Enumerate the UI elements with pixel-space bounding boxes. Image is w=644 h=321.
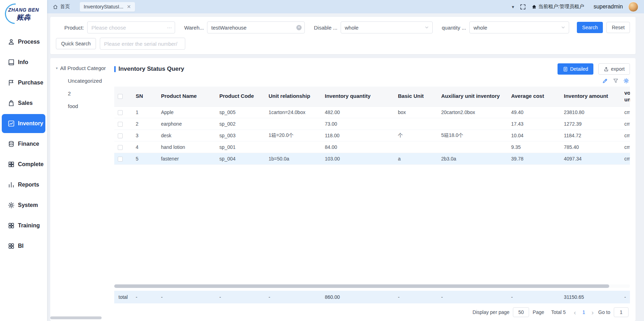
export-button[interactable]: export	[598, 63, 630, 75]
sidebar-item-finance[interactable]: Finance	[0, 134, 47, 154]
table-header: SNProduct NameProduct CodeUnit relations…	[114, 87, 630, 106]
tree-item-food[interactable]: food	[56, 96, 112, 109]
total-cell: -	[437, 291, 507, 303]
column-header-product-name[interactable]: Product Name	[157, 87, 215, 106]
table-row[interactable]: 2earphonesp_00273.0017.431272.39cm³	[114, 118, 630, 130]
username[interactable]: superadmin	[593, 4, 623, 10]
table-cell: box	[394, 106, 437, 118]
table-cell	[264, 118, 321, 130]
logo-text-cn: 账犇	[17, 13, 31, 22]
main-card: ▾ All Product Categor Uncategorized2food…	[50, 58, 636, 321]
app-logo: ZHANG BEN 账犇	[0, 0, 47, 29]
table-toolbar	[114, 75, 630, 87]
filter-icon[interactable]	[613, 78, 619, 84]
row-checkbox[interactable]	[118, 110, 123, 115]
quick-search-input[interactable]	[100, 38, 185, 50]
table-cell	[394, 141, 437, 153]
tree-horizontal-scrollbar[interactable]	[50, 316, 102, 319]
tree-item-uncategorized[interactable]: Uncategorized	[56, 71, 112, 84]
reset-button[interactable]: Reset	[606, 22, 630, 33]
table-cell	[394, 118, 437, 130]
sidebar-item-inventory[interactable]: Inventory	[2, 114, 45, 133]
category-tree-panel: ▾ All Product Categor Uncategorized2food	[50, 58, 114, 321]
sidebar-item-training[interactable]: Training	[0, 215, 47, 236]
detailed-button[interactable]: Detailed	[558, 63, 593, 75]
sidebar-item-complete[interactable]: Complete	[0, 154, 47, 175]
column-header-inventory-quantity[interactable]: Inventory quantity	[321, 87, 394, 106]
tree-item-2[interactable]: 2	[56, 84, 112, 96]
column-header-sn[interactable]: SN	[131, 87, 157, 106]
user-avatar[interactable]	[628, 2, 638, 12]
sidebar-item-process[interactable]: Process	[0, 32, 47, 52]
table-cell: 49.40	[507, 106, 560, 118]
table-row[interactable]: 1Applesp_0051carton=24.0box482.00box20ca…	[114, 106, 630, 118]
column-header-inventory-amount[interactable]: Inventory amount	[560, 87, 620, 106]
disable-filter-select[interactable]: whole	[341, 21, 433, 33]
sidebar-item-bi[interactable]: BI	[0, 236, 47, 256]
sidebar-item-label: Info	[18, 59, 28, 65]
quantity-filter-select[interactable]: whole	[469, 21, 569, 33]
tree-items: Uncategorized2food	[56, 71, 112, 109]
detail-list-icon	[563, 67, 568, 72]
sidebar-item-label: Finance	[18, 141, 39, 147]
tabs-dropdown-icon[interactable]: ▾	[512, 4, 514, 10]
table-row[interactable]: 3desksp_0031箱=20.0个118.00个5箱18.0个10.0411…	[114, 130, 630, 141]
next-page-icon[interactable]: ›	[590, 309, 594, 316]
select-all-checkbox[interactable]	[118, 94, 123, 99]
table-cell: 4097.34	[560, 153, 620, 164]
sidebar-item-reports[interactable]: Reports	[0, 175, 47, 195]
column-header-auxiliary-unit-inventory[interactable]: Auxiliary unit inventory	[437, 87, 507, 106]
prev-page-icon[interactable]: ‹	[573, 309, 577, 316]
row-checkbox[interactable]	[118, 122, 123, 127]
table-row[interactable]: 4hand lotionsp_00184.009.35785.40cm³	[114, 141, 630, 153]
scrollbar-thumb[interactable]	[114, 284, 609, 288]
table-cell: 3	[131, 130, 157, 141]
edit-columns-icon[interactable]	[602, 78, 608, 84]
sidebar-item-label: Purchase	[18, 80, 43, 86]
home-tab[interactable]: 首页	[53, 4, 70, 10]
warehouse-input[interactable]	[207, 21, 305, 33]
tab-close-icon[interactable]: ✕	[127, 4, 131, 9]
column-header-product-code[interactable]: Product Code	[215, 87, 264, 106]
complete-icon	[8, 161, 15, 168]
search-button[interactable]: Search	[577, 22, 603, 33]
sidebar-item-sales[interactable]: Sales	[0, 93, 47, 113]
row-checkbox[interactable]	[118, 157, 123, 162]
settings-gear-icon[interactable]	[623, 78, 629, 84]
current-page-button[interactable]: 1	[581, 309, 587, 315]
column-header-average-cost[interactable]: Average cost	[507, 87, 560, 106]
table-cell: 785.40	[560, 141, 620, 153]
sidebar-item-system[interactable]: System	[0, 195, 47, 215]
export-icon	[604, 67, 609, 72]
tab-inventory-status[interactable]: InventoryStatusI... ✕	[80, 2, 135, 12]
warehouse-label: Wareh...	[184, 25, 204, 31]
fullscreen-icon[interactable]	[520, 4, 526, 10]
clear-warehouse-icon[interactable]: ✕	[296, 25, 302, 30]
display-per-page-label: Display per page	[472, 309, 509, 315]
table-scroll-container[interactable]: SNProduct NameProduct CodeUnit relations…	[114, 87, 630, 165]
goto-page-input[interactable]	[614, 307, 629, 317]
table-row[interactable]: 5fastenersp_0041b=50.0a103.00a2b3.0a39.7…	[114, 153, 630, 164]
column-header-unit-relationship[interactable]: Unit relationship	[264, 87, 321, 106]
row-checkbox[interactable]	[118, 145, 123, 150]
tree-collapse-icon[interactable]: ▾	[56, 66, 58, 70]
table-empty-space	[114, 165, 630, 285]
sidebar-item-info[interactable]: Info	[0, 52, 47, 73]
more-options-icon[interactable]: ···	[167, 25, 172, 30]
column-header-volume-unit[interactable]: volume unit	[620, 87, 630, 106]
product-select-input[interactable]	[87, 21, 175, 33]
total-cell: -	[620, 291, 630, 303]
sidebar-item-label: Training	[18, 222, 40, 229]
home-tab-label: 首页	[60, 4, 70, 10]
quick-search-button[interactable]: Quick Search	[56, 38, 96, 49]
table-panel: Inventory Status Query Detailed export	[114, 58, 636, 321]
table-cell: cm³	[620, 130, 630, 141]
tree-root-all-categories[interactable]: ▾ All Product Categor	[56, 65, 112, 71]
current-tenant[interactable]: 当前租户:管理员租户	[532, 4, 584, 10]
page-size-input[interactable]	[513, 307, 529, 317]
table-cell: 个	[394, 130, 437, 141]
disable-filter-value: whole	[345, 25, 359, 31]
row-checkbox[interactable]	[118, 133, 123, 138]
column-header-basic-unit[interactable]: Basic Unit	[394, 87, 437, 106]
sidebar-item-purchase[interactable]: Purchase	[0, 73, 47, 93]
